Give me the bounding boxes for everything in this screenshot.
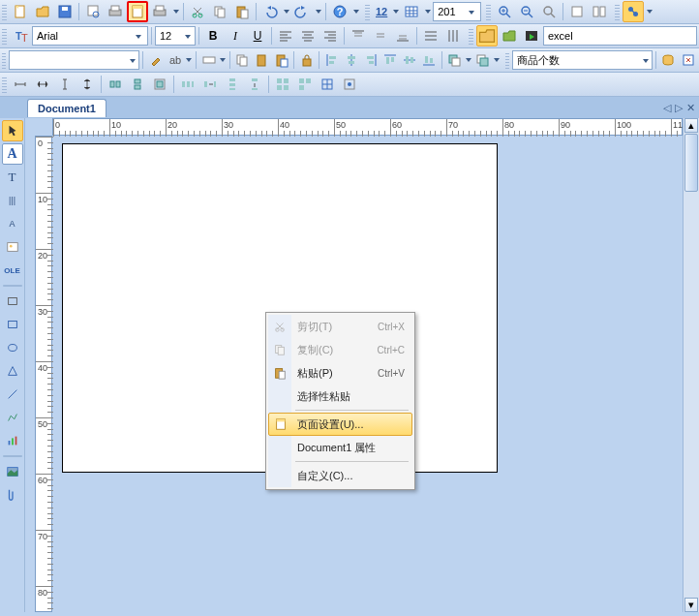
distribute-h-button[interactable] bbox=[420, 25, 441, 46]
clip-tool[interactable] bbox=[2, 484, 23, 506]
align-m-button[interactable] bbox=[401, 49, 419, 71]
print-quick-button[interactable] bbox=[105, 1, 126, 22]
search-input[interactable] bbox=[548, 30, 692, 42]
picture-tool[interactable] bbox=[2, 461, 23, 482]
space-tool-2[interactable] bbox=[199, 74, 221, 95]
print-dropdown[interactable] bbox=[171, 10, 180, 14]
style-combo[interactable] bbox=[9, 50, 139, 70]
align-c-button[interactable] bbox=[342, 49, 360, 71]
grid-tool-4[interactable] bbox=[339, 74, 360, 95]
open-button[interactable] bbox=[32, 1, 53, 22]
grid-tool-3[interactable] bbox=[317, 74, 338, 95]
page-setup-button[interactable] bbox=[127, 1, 148, 22]
size-tool-3[interactable] bbox=[54, 74, 76, 95]
select-tool[interactable] bbox=[2, 120, 23, 141]
zoom-input[interactable] bbox=[438, 4, 467, 19]
menu-page-setup[interactable]: 页面设置(U)... bbox=[268, 413, 412, 436]
db-tool-button[interactable] bbox=[659, 49, 678, 71]
field-button[interactable]: 12 bbox=[373, 1, 390, 22]
size-tool-2[interactable] bbox=[32, 74, 53, 95]
rect-tool[interactable] bbox=[2, 314, 23, 335]
paste-data-button[interactable] bbox=[272, 49, 290, 71]
table-dropdown[interactable] bbox=[423, 10, 432, 14]
print-preview-button[interactable] bbox=[82, 1, 104, 22]
redo-button[interactable] bbox=[291, 1, 313, 22]
align-r-button[interactable] bbox=[361, 49, 380, 71]
menu-paste[interactable]: 粘贴(P) Ctrl+V bbox=[268, 361, 412, 385]
format-button[interactable]: ab bbox=[166, 49, 184, 71]
zoom-in-button[interactable] bbox=[494, 1, 515, 22]
zoom-out-button[interactable] bbox=[516, 1, 537, 22]
group-tool-2[interactable] bbox=[127, 74, 148, 95]
align-l-button[interactable] bbox=[322, 49, 341, 71]
expr-input[interactable] bbox=[517, 52, 641, 68]
barcode-tool[interactable]: ||| bbox=[2, 190, 23, 211]
space-tool-3[interactable] bbox=[222, 74, 243, 95]
toolbar-grip[interactable] bbox=[2, 3, 7, 20]
save-button[interactable] bbox=[54, 1, 76, 22]
fontsize-input[interactable] bbox=[160, 28, 183, 44]
cut-button[interactable] bbox=[187, 1, 208, 22]
special-dropdown[interactable] bbox=[645, 10, 653, 14]
send-back-button[interactable] bbox=[445, 49, 464, 71]
text-tool[interactable]: A bbox=[2, 143, 23, 165]
space-tool-4[interactable] bbox=[244, 74, 265, 95]
align-t-button[interactable] bbox=[381, 49, 400, 71]
ole-tool[interactable]: OLE bbox=[2, 260, 23, 281]
run-button[interactable] bbox=[521, 25, 542, 46]
line-tool[interactable] bbox=[2, 384, 23, 405]
folder-open-button[interactable] bbox=[476, 25, 498, 46]
insert-field-button[interactable] bbox=[199, 49, 218, 71]
copy-fmt-button[interactable] bbox=[233, 49, 252, 71]
triangle-tool[interactable] bbox=[2, 360, 23, 382]
valign-bottom-button[interactable] bbox=[392, 25, 413, 46]
paste-button[interactable] bbox=[231, 1, 253, 22]
print-button[interactable] bbox=[149, 1, 170, 22]
align-right-button[interactable] bbox=[319, 25, 341, 46]
expr-combo[interactable] bbox=[512, 50, 653, 70]
scroll-thumb[interactable] bbox=[684, 134, 698, 192]
redo-dropdown[interactable] bbox=[314, 10, 322, 14]
style-input[interactable] bbox=[14, 52, 128, 68]
underline-button[interactable]: U bbox=[247, 25, 268, 46]
size-tool-1[interactable] bbox=[10, 74, 31, 95]
polyline-tool[interactable] bbox=[2, 407, 23, 428]
font-input[interactable] bbox=[37, 28, 134, 44]
tab-prev-icon[interactable]: ◁ bbox=[663, 102, 671, 114]
field-dropdown[interactable] bbox=[391, 10, 400, 14]
tab-next-icon[interactable]: ▷ bbox=[675, 102, 683, 114]
help-button[interactable]: ? bbox=[329, 1, 350, 22]
grid-tool-1[interactable] bbox=[272, 74, 293, 95]
layout-multi-button[interactable] bbox=[589, 1, 610, 22]
group-tool-1[interactable] bbox=[105, 74, 126, 95]
valign-middle-button[interactable] bbox=[370, 25, 391, 46]
undo-button[interactable] bbox=[259, 1, 281, 22]
menu-paste-special[interactable]: 选择性粘贴 bbox=[268, 385, 412, 408]
ruler-vertical[interactable]: 01020304050607080 bbox=[35, 136, 52, 612]
scroll-down-button[interactable]: ▾ bbox=[684, 598, 698, 612]
brush-button[interactable] bbox=[146, 49, 165, 71]
menu-copy[interactable]: 复制(C) Ctrl+C bbox=[268, 338, 412, 361]
image-tool[interactable] bbox=[2, 236, 23, 258]
align-center-button[interactable] bbox=[297, 25, 319, 46]
document-tab[interactable]: Document1 bbox=[27, 99, 106, 117]
abc-tool[interactable]: A bbox=[2, 213, 23, 234]
zoom-combo[interactable] bbox=[433, 2, 481, 21]
ruler-horizontal[interactable]: 0102030405060708090100110 bbox=[52, 118, 683, 136]
fontsize-combo[interactable] bbox=[155, 26, 196, 46]
menu-doc-props[interactable]: Document1 属性 bbox=[268, 436, 412, 459]
help-dropdown[interactable] bbox=[351, 10, 360, 14]
group-tool-3[interactable] bbox=[149, 74, 170, 95]
box-tool[interactable] bbox=[2, 291, 23, 312]
menu-customize[interactable]: 自定义(C)... bbox=[268, 464, 412, 487]
font-combo[interactable] bbox=[32, 26, 148, 46]
db-tool2-button[interactable] bbox=[679, 49, 697, 71]
text-tool-2[interactable]: T bbox=[2, 167, 23, 188]
chart-tool[interactable] bbox=[2, 430, 23, 451]
zoom-fit-button[interactable] bbox=[538, 1, 560, 22]
size-tool-4[interactable] bbox=[76, 74, 98, 95]
align-b-button[interactable] bbox=[420, 49, 439, 71]
grid-tool-2[interactable] bbox=[294, 74, 316, 95]
new-doc-button[interactable] bbox=[10, 1, 31, 22]
special-tool-button[interactable] bbox=[623, 1, 644, 22]
